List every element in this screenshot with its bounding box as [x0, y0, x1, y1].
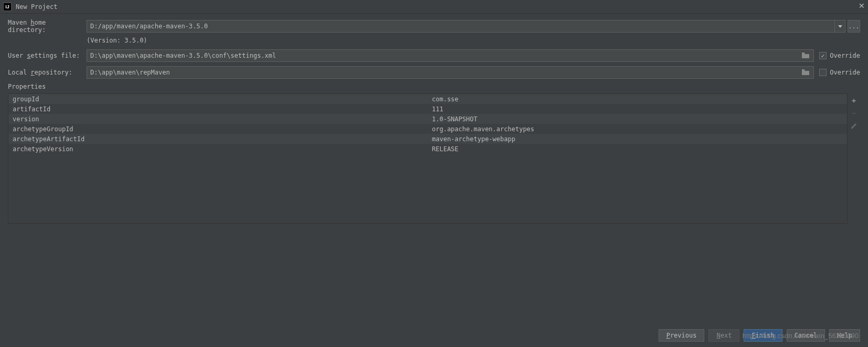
maven-home-field[interactable]: D:/app/maven/apache-maven-3.5.0	[87, 20, 835, 33]
local-repo-label: Local repository:	[8, 69, 87, 76]
table-row[interactable]: groupIdcom.sse	[8, 94, 847, 104]
table-row[interactable]: archetypeArtifactIdmaven-archetype-webap…	[8, 134, 847, 144]
local-repo-value: D:\app\maven\repMaven	[90, 69, 170, 76]
folder-icon[interactable]	[801, 68, 810, 77]
folder-icon[interactable]	[801, 51, 810, 60]
maven-home-row: Maven home directory: D:/app/maven/apach…	[8, 19, 860, 34]
maven-home-label: Maven home directory:	[8, 19, 87, 34]
properties-section: groupIdcom.sseartifactId111version1.0-SN…	[8, 93, 860, 224]
chevron-down-icon	[838, 25, 842, 28]
titlebar: IJ New Project ✕	[0, 0, 868, 14]
user-settings-label: User settings file:	[8, 52, 87, 59]
property-key: artifactId	[8, 106, 428, 113]
table-row[interactable]: archetypeVersionRELEASE	[8, 144, 847, 154]
table-row[interactable]: archetypeGroupIdorg.apache.maven.archety…	[8, 124, 847, 134]
properties-table[interactable]: groupIdcom.sseartifactId111version1.0-SN…	[8, 93, 848, 224]
property-value: maven-archetype-webapp	[428, 135, 847, 143]
content-area: Maven home directory: D:/app/maven/apach…	[0, 14, 868, 224]
property-value: 1.0-SNAPSHOT	[428, 115, 847, 123]
remove-icon[interactable]: －	[849, 108, 859, 119]
close-icon[interactable]: ✕	[859, 2, 865, 10]
cancel-button[interactable]: Cancel	[787, 329, 825, 342]
property-key: version	[8, 115, 428, 123]
app-icon: IJ	[3, 3, 12, 11]
user-settings-row: User settings file: D:\app\maven\apache-…	[8, 49, 860, 62]
window-title: New Project	[16, 3, 57, 10]
help-button[interactable]: Help	[829, 329, 860, 342]
property-value: com.sse	[428, 96, 847, 103]
user-settings-value: D:\app\maven\apache-maven-3.5.0\conf\set…	[90, 52, 276, 59]
footer-buttons: Previous Next Finish Cancel Help	[659, 329, 860, 342]
property-key: archetypeVersion	[8, 145, 428, 153]
next-button[interactable]: Next	[708, 329, 739, 342]
maven-home-dropdown[interactable]	[835, 20, 845, 33]
override-label: Override	[830, 52, 860, 59]
properties-toolbar: ＋ －	[848, 93, 860, 224]
edit-icon[interactable]	[849, 121, 859, 131]
local-repo-override-wrap: Override	[819, 69, 860, 76]
property-value: 111	[428, 106, 847, 113]
table-row[interactable]: artifactId111	[8, 104, 847, 114]
local-repo-override-checkbox[interactable]	[819, 69, 827, 76]
property-key: groupId	[8, 96, 428, 103]
local-repo-row: Local repository: D:\app\maven\repMaven …	[8, 66, 860, 79]
property-value: RELEASE	[428, 145, 847, 153]
user-settings-override-wrap: Override	[819, 52, 860, 59]
finish-button[interactable]: Finish	[744, 329, 782, 342]
user-settings-override-checkbox[interactable]	[819, 52, 827, 59]
add-icon[interactable]: ＋	[849, 96, 859, 106]
properties-label: Properties	[8, 83, 860, 90]
maven-version-text: (Version: 3.5.0)	[87, 37, 860, 44]
user-settings-field[interactable]: D:\app\maven\apache-maven-3.5.0\conf\set…	[87, 49, 814, 62]
override-label: Override	[830, 69, 860, 76]
table-row[interactable]: version1.0-SNAPSHOT	[8, 114, 847, 124]
property-key: archetypeArtifactId	[8, 135, 428, 143]
property-key: archetypeGroupId	[8, 125, 428, 133]
local-repo-field[interactable]: D:\app\maven\repMaven	[87, 66, 814, 79]
maven-home-more-button[interactable]: ...	[848, 20, 860, 33]
previous-button[interactable]: Previous	[659, 329, 705, 342]
property-value: org.apache.maven.archetypes	[428, 125, 847, 133]
